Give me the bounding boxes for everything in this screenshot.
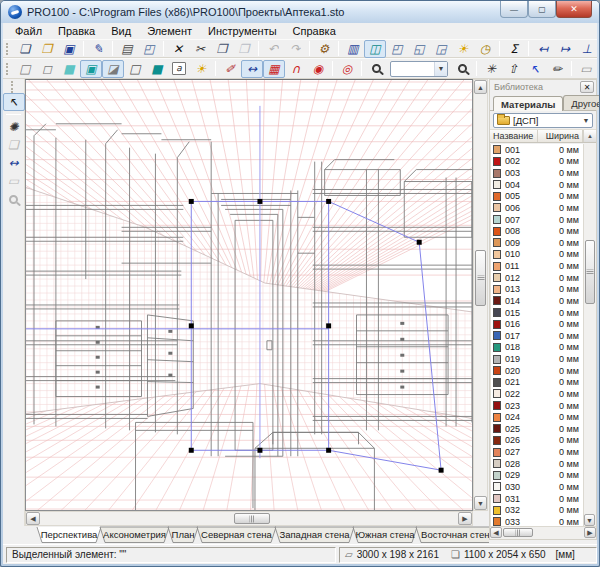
toolbar-grip[interactable]: [6, 43, 11, 55]
column-width[interactable]: Ширина: [538, 130, 583, 142]
align-right-button[interactable]: ↦: [554, 40, 576, 58]
toolbar-grip[interactable]: [11, 81, 16, 93]
material-row[interactable]: 0210 мм: [491, 377, 583, 389]
panel-structure-button[interactable]: ◱: [408, 40, 430, 58]
grid-button[interactable]: ▦: [263, 60, 285, 78]
hscroll-thumb[interactable]: [234, 513, 270, 524]
texture-label-button[interactable]: a: [168, 60, 190, 78]
target-center-button[interactable]: ◎: [336, 60, 358, 78]
menu-item-1[interactable]: Файл: [7, 24, 50, 38]
selection-handle[interactable]: [189, 323, 194, 328]
align-bottom-button[interactable]: ⊥: [576, 40, 598, 58]
walk-tool[interactable]: ✺: [3, 118, 25, 136]
panel-preview-button[interactable]: ◰: [386, 40, 408, 58]
cut-button[interactable]: ✂: [189, 40, 211, 58]
material-row[interactable]: 0090 мм: [491, 237, 583, 249]
copy-button[interactable]: ❒: [211, 40, 233, 58]
material-row[interactable]: 0270 мм: [491, 446, 583, 458]
library-tab-other[interactable]: Другое: [563, 95, 600, 110]
material-list-scrollbar[interactable]: ▼: [583, 144, 596, 526]
material-row[interactable]: 0180 мм: [491, 342, 583, 354]
zoom-in-button[interactable]: [365, 60, 387, 78]
material-scroll-down-icon[interactable]: ▼: [584, 514, 595, 526]
refresh-button[interactable]: ✳: [480, 60, 502, 78]
open-button[interactable]: ❐: [36, 40, 58, 58]
material-folder-combo[interactable]: [ДСП] ▼: [493, 113, 593, 128]
view-tab-inactive[interactable]: Западная стена: [275, 527, 354, 543]
material-row[interactable]: 0100 мм: [491, 249, 583, 261]
selection-handle[interactable]: [189, 199, 194, 204]
view-tab-active[interactable]: Перспектива: [37, 527, 101, 543]
view-tab-inactive[interactable]: Южная стена: [353, 527, 417, 543]
material-row[interactable]: 0280 мм: [491, 458, 583, 470]
material-row[interactable]: 0240 мм: [491, 411, 583, 423]
library-close-button[interactable]: ✕: [580, 81, 594, 93]
print-preview-button[interactable]: ◰: [138, 40, 160, 58]
zoom-level-combo[interactable]: ▼: [390, 61, 448, 77]
menu-item-6[interactable]: Справка: [285, 24, 344, 38]
material-row[interactable]: 0110 мм: [491, 260, 583, 272]
selection-handle[interactable]: [189, 448, 194, 453]
material-row[interactable]: 0310 мм: [491, 493, 583, 505]
library-tab-materials[interactable]: Материалы: [493, 96, 563, 111]
material-row[interactable]: 0330 мм: [491, 516, 583, 526]
scroll-left-icon[interactable]: ◀: [26, 512, 40, 525]
material-editor-button[interactable]: ✎: [87, 40, 109, 58]
material-row[interactable]: 0150 мм: [491, 307, 583, 319]
view-contours-button[interactable]: □: [124, 60, 146, 78]
print-button[interactable]: ▤: [116, 40, 138, 58]
selection-handle[interactable]: [257, 448, 262, 453]
select-tool[interactable]: ↖: [3, 93, 25, 111]
library-scroll-left-icon[interactable]: ◀: [490, 527, 502, 538]
view-tab-inactive[interactable]: План: [168, 527, 198, 543]
menu-item-3[interactable]: Вид: [103, 24, 139, 38]
combo-dropdown-icon[interactable]: ▼: [580, 117, 592, 124]
paint-button[interactable]: ✐: [219, 60, 241, 78]
material-row[interactable]: 0320 мм: [491, 504, 583, 516]
selection-handle[interactable]: [257, 199, 262, 204]
scene-svg[interactable]: [26, 80, 472, 510]
view-wireframe-button[interactable]: □: [14, 60, 36, 78]
view-hidden-lines-button[interactable]: ◻: [36, 60, 58, 78]
scroll-up-icon[interactable]: ▲: [474, 80, 487, 94]
library-hscroll-thumb[interactable]: [503, 528, 533, 537]
zoom-out-button[interactable]: [451, 60, 473, 78]
select-pointer-button[interactable]: ↖: [524, 60, 546, 78]
material-row[interactable]: 0230 мм: [491, 400, 583, 412]
view-color-edges-button[interactable]: ▣: [80, 60, 102, 78]
view-tab-inactive[interactable]: Восточная стена: [416, 527, 489, 543]
selection-handle[interactable]: [326, 448, 331, 453]
material-row[interactable]: 0040 мм: [491, 179, 583, 191]
draw-element-button[interactable]: ✏: [546, 60, 568, 78]
panel-library-button[interactable]: ◫: [364, 40, 386, 58]
titlebar[interactable]: PRO100 - C:\Program Files (x86)\PRO100\П…: [1, 1, 599, 23]
save-button[interactable]: ▣: [58, 40, 80, 58]
viewport-3d[interactable]: [25, 79, 473, 511]
minimize-button[interactable]: —: [500, 1, 528, 18]
material-row[interactable]: 0060 мм: [491, 202, 583, 214]
marquee-button[interactable]: ▭: [575, 60, 597, 78]
material-row[interactable]: 0050 мм: [491, 191, 583, 203]
material-row[interactable]: 0030 мм: [491, 167, 583, 179]
column-name[interactable]: Название: [490, 130, 538, 142]
material-row[interactable]: 0130 мм: [491, 284, 583, 296]
material-row[interactable]: 0160 мм: [491, 318, 583, 330]
menu-item-2[interactable]: Правка: [50, 24, 103, 38]
material-row[interactable]: 0140 мм: [491, 295, 583, 307]
panel-dimensions-button[interactable]: ◲: [430, 40, 452, 58]
viewport-vscrollbar[interactable]: ▲ ▼: [473, 79, 488, 511]
list-scroll-up-icon[interactable]: ▲: [583, 130, 596, 142]
material-row[interactable]: 0020 мм: [491, 156, 583, 168]
material-row[interactable]: 0250 мм: [491, 423, 583, 435]
view-tab-inactive[interactable]: Аксонометрия: [100, 527, 169, 543]
material-row[interactable]: 0170 мм: [491, 330, 583, 342]
display-settings-button[interactable]: ▥: [342, 40, 364, 58]
material-row[interactable]: 0200 мм: [491, 365, 583, 377]
properties-button[interactable]: ⚙: [313, 40, 335, 58]
material-row[interactable]: 0220 мм: [491, 388, 583, 400]
view-transparent-button[interactable]: ◪: [102, 60, 124, 78]
view-color-button[interactable]: ■: [58, 60, 80, 78]
dimensions-button[interactable]: ↔: [241, 60, 263, 78]
material-row[interactable]: 0300 мм: [491, 481, 583, 493]
raise-button[interactable]: ⇧: [502, 60, 524, 78]
